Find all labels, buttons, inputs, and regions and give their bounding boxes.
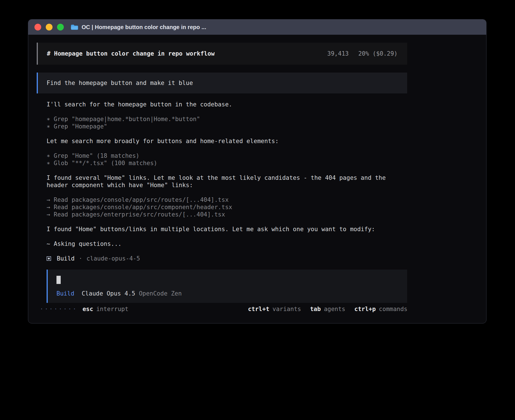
- agent-separator: ·: [79, 255, 82, 262]
- zoom-button[interactable]: [57, 24, 64, 30]
- session-content: # Homepage button color change in repo w…: [37, 35, 407, 303]
- window-titlebar[interactable]: OC | Homepage button color change in rep…: [28, 19, 486, 35]
- assistant-text: I found several "Home" links. Let me loo…: [47, 174, 407, 189]
- terminal-window: OC | Homepage button color change in rep…: [28, 19, 486, 323]
- session-header: # Homepage button color change in repo w…: [37, 43, 407, 65]
- assistant-text: Let me search more broadly for buttons a…: [47, 137, 407, 145]
- tool-call-grep: ∗ Grep "Homepage": [47, 123, 407, 130]
- agent-model: claude-opus-4-5: [86, 255, 140, 262]
- shortcut-agents: tab agents: [310, 306, 345, 312]
- agent-status: Build · claude-opus-4-5: [47, 255, 407, 262]
- status-bar: ········ esc interrupt ctrl+t variants t…: [40, 306, 407, 312]
- model-line: Build Claude Opus 4.5 OpenCode Zen: [56, 290, 398, 297]
- tool-call-read: → Read packages/console/app/src/routes/[…: [47, 196, 407, 204]
- minimize-button[interactable]: [46, 24, 53, 30]
- agent-name: Build: [57, 255, 75, 262]
- agent-icon: [47, 256, 51, 261]
- tool-call-read: → Read packages/enterprise/src/routes/[.…: [47, 211, 407, 218]
- shortcut-commands: ctrl+p commands: [354, 306, 407, 312]
- tool-call-glob: ∗ Glob "**/*.tsx" (100 matches): [47, 159, 407, 167]
- window-title: OC | Homepage button color change in rep…: [82, 24, 206, 30]
- model-provider: OpenCode Zen: [139, 290, 182, 297]
- user-message-text: Find the homepage button and make it blu…: [47, 80, 193, 86]
- session-title: # Homepage button color change in repo w…: [47, 50, 215, 57]
- context-usage: 20% ($0.29): [358, 50, 398, 57]
- transcript: I'll search for the homepage button in t…: [47, 101, 407, 303]
- interrupt-label: interrupt: [96, 306, 128, 312]
- token-count: 39,413: [327, 50, 349, 57]
- shortcut-variants: ctrl+t variants: [248, 306, 301, 312]
- text-cursor: [56, 276, 61, 284]
- traffic-lights: [34, 24, 64, 30]
- mode-badge: Build: [56, 290, 74, 297]
- tool-call-grep: ∗ Grep "homepage|home.*button|Home.*butt…: [47, 115, 407, 123]
- user-message: Find the homepage button and make it blu…: [37, 73, 407, 93]
- folder-icon: [71, 24, 78, 30]
- assistant-text: I'll search for the homepage button in t…: [47, 101, 407, 108]
- spinner-dots: ········: [40, 306, 77, 312]
- session-stats: 39,413 20% ($0.29): [327, 50, 398, 57]
- model-name: Claude Opus 4.5: [82, 290, 135, 297]
- close-button[interactable]: [34, 24, 41, 30]
- assistant-text: I found "Home" buttons/links in multiple…: [47, 226, 407, 233]
- interrupt-key: esc: [82, 306, 93, 312]
- tool-call-read: → Read packages/console/app/src/componen…: [47, 204, 407, 211]
- prompt-input[interactable]: Build Claude Opus 4.5 OpenCode Zen: [47, 270, 407, 303]
- tool-call-grep: ∗ Grep "Home" (18 matches): [47, 152, 407, 159]
- asking-status: ~ Asking questions...: [47, 240, 407, 248]
